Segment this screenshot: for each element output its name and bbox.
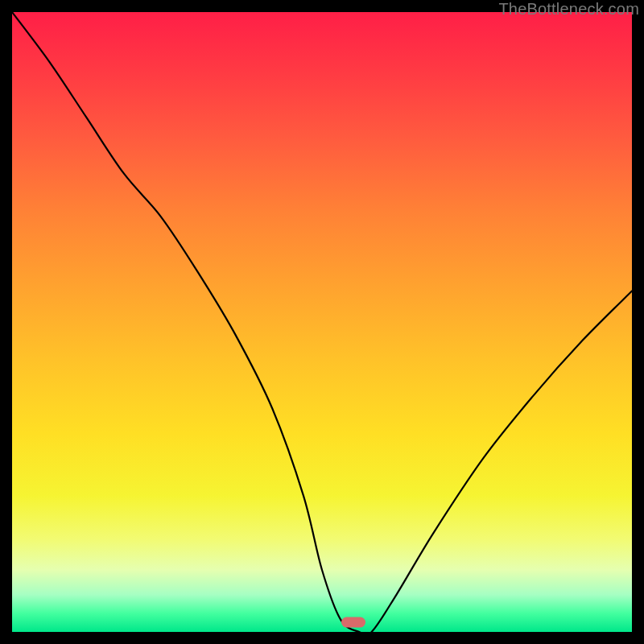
watermark-text: TheBottleneck.com [498, 0, 639, 19]
chart-frame: TheBottleneck.com [0, 0, 644, 644]
optimum-marker [341, 617, 365, 628]
bottleneck-curve [12, 12, 632, 632]
plot-area [12, 12, 632, 632]
